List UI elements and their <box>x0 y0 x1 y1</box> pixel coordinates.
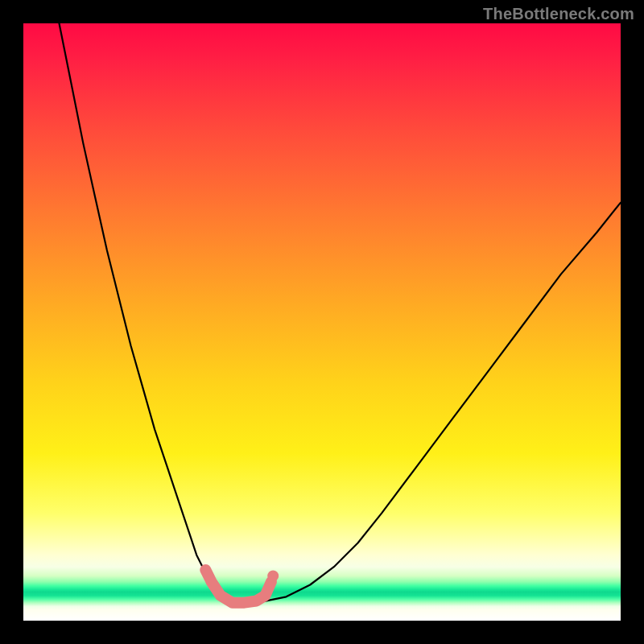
plot-area <box>23 23 621 621</box>
chart-svg <box>23 23 621 621</box>
optimal-marker-dot <box>267 570 279 581</box>
chart-frame: TheBottleneck.com <box>0 0 644 644</box>
watermark-text: TheBottleneck.com <box>483 5 634 23</box>
bottleneck-curve-left <box>60 23 233 603</box>
optimal-range-marker <box>205 570 271 603</box>
bottleneck-curve <box>60 23 621 603</box>
optimal-marker <box>205 570 279 603</box>
bottleneck-curve-right <box>233 203 621 603</box>
